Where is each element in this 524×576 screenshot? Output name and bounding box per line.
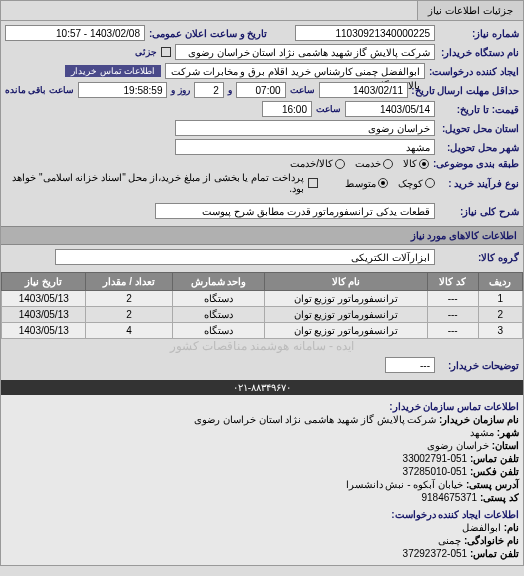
days-prefix: و — [228, 85, 232, 95]
payment-note: پرداخت تمام یا بخشی از مبلغ خرید،از محل … — [5, 172, 304, 194]
class-radio-group: کالا خدمت کالا/خدمت — [290, 158, 429, 169]
cr-fname: ابوالفضل — [462, 522, 501, 533]
table-cell-code: --- — [427, 291, 478, 307]
table-cell-unit: دستگاه — [172, 323, 265, 339]
form-area: شماره نیاز: 11030921340000225 تاریخ و سا… — [1, 21, 523, 226]
c-province-label: استان: — [492, 440, 519, 451]
class-label: طبقه بندی موضوعی: — [433, 158, 519, 169]
buyer-org-field: شرکت پالایش گاز شهید هاشمی نژاد استان خر… — [175, 44, 435, 60]
cr-phone: 051-37292372 — [403, 548, 468, 559]
table-cell-name: ترانسفورماتور توزیع توان — [265, 323, 427, 339]
table-cell-row: 1 — [478, 291, 522, 307]
radio-medium-label: متوسط — [345, 178, 376, 189]
radio-goods-label: کالا — [403, 158, 417, 169]
announce-label: تاریخ و ساعت اعلان عمومی: — [149, 28, 267, 39]
contact-buyer-button[interactable]: اطلاعات تماس خریدار — [65, 65, 161, 77]
partial-checkbox[interactable] — [161, 47, 171, 57]
c-phone: 051-33002791 — [403, 453, 468, 464]
c-postal: 9184675371 — [421, 492, 477, 503]
radio-goods-service-circle — [335, 159, 345, 169]
deadline-time-field: 07:00 — [236, 82, 286, 98]
radio-service-circle — [383, 159, 393, 169]
c-postal-label: کد پستی: — [480, 492, 519, 503]
radio-small[interactable]: کوچک — [398, 178, 435, 189]
th-qty: تعداد / مقدار — [86, 273, 172, 291]
table-row: 2---ترانسفورماتور توزیع تواندستگاه21403/… — [2, 307, 523, 323]
payment-checkbox[interactable] — [308, 178, 318, 188]
process-label: نوع فرآیند خرید : — [439, 178, 519, 189]
goods-table-wrap: ردیف کد کالا نام کالا واحد شمارش تعداد /… — [1, 272, 523, 353]
validity-date-field: 1403/05/14 — [345, 101, 435, 117]
table-cell-date: 1403/05/13 — [2, 323, 86, 339]
c-city-label: شهر: — [497, 427, 519, 438]
deadline-date-field: 1403/02/11 — [319, 82, 408, 98]
radio-goods[interactable]: کالا — [403, 158, 429, 169]
partial-label: جزئی — [135, 47, 157, 57]
table-cell-row: 2 — [478, 307, 522, 323]
table-cell-code: --- — [427, 307, 478, 323]
validity-label: قیمت: تا تاریخ: — [439, 104, 519, 115]
table-cell-date: 1403/05/13 — [2, 307, 86, 323]
c-province: خراسان رضوی — [427, 440, 489, 451]
cr-fname-label: نام: — [504, 522, 519, 533]
tab-row: جزئیات اطلاعات نیاز — [1, 1, 523, 21]
days-suffix: روز و — [171, 85, 190, 95]
time-label-2: ساعت — [316, 104, 341, 114]
radio-goods-service[interactable]: کالا/خدمت — [290, 158, 345, 169]
radio-medium-circle — [378, 178, 388, 188]
th-unit: واحد شمارش — [172, 273, 265, 291]
contact-section: اطلاعات تماس سازمان خریدار: نام سازمان خ… — [1, 395, 523, 565]
table-cell-unit: دستگاه — [172, 291, 265, 307]
table-row: 3---ترانسفورماتور توزیع تواندستگاه41403/… — [2, 323, 523, 339]
main-container: جزئیات اطلاعات نیاز شماره نیاز: 11030921… — [0, 0, 524, 566]
radio-medium[interactable]: متوسط — [345, 178, 388, 189]
radio-service[interactable]: خدمت — [355, 158, 393, 169]
creator-label: ایجاد کننده درخواست: — [429, 66, 519, 77]
table-cell-qty: 4 — [86, 323, 172, 339]
c-org: شرکت پالایش گاز شهید هاشمی نژاد استان خر… — [194, 414, 436, 425]
table-cell-row: 3 — [478, 323, 522, 339]
req-no-field: 11030921340000225 — [295, 25, 435, 41]
table-row: 1---ترانسفورماتور توزیع تواندستگاه21403/… — [2, 291, 523, 307]
radio-goods-circle — [419, 159, 429, 169]
th-date: تاریخ نیاز — [2, 273, 86, 291]
cr-lname: چمنی — [438, 535, 461, 546]
th-name: نام کالا — [265, 273, 427, 291]
time-suffix: ساعت باقی مانده — [5, 85, 74, 95]
time-label-1: ساعت — [290, 85, 315, 95]
table-cell-date: 1403/05/13 — [2, 291, 86, 307]
table-cell-name: ترانسفورماتور توزیع توان — [265, 307, 427, 323]
table-cell-qty: 2 — [86, 291, 172, 307]
tab-details[interactable]: جزئیات اطلاعات نیاز — [417, 1, 523, 20]
contact-header: اطلاعات تماس سازمان خریدار: — [5, 399, 519, 414]
goods-table: ردیف کد کالا نام کالا واحد شمارش تعداد /… — [1, 272, 523, 339]
radio-small-label: کوچک — [398, 178, 423, 189]
table-header-row: ردیف کد کالا نام کالا واحد شمارش تعداد /… — [2, 273, 523, 291]
radio-goods-service-label: کالا/خدمت — [290, 158, 333, 169]
deadline-label: حداقل مهلت ارسال تاریخ: — [412, 85, 519, 96]
table-cell-unit: دستگاه — [172, 307, 265, 323]
cr-lname-label: نام خانوادگی: — [464, 535, 519, 546]
radio-small-circle — [425, 178, 435, 188]
process-radio-group: کوچک متوسط — [345, 178, 435, 189]
c-address-label: آدرس پستی: — [466, 479, 519, 490]
days-remain-field: 2 — [194, 82, 224, 98]
c-org-label: نام سازمان خریدار: — [439, 414, 519, 425]
buyer-org-label: نام دستگاه خریدار: — [439, 47, 519, 58]
announce-field: 1403/02/08 - 10:57 — [5, 25, 145, 41]
time-remain-field: 19:58:59 — [78, 82, 167, 98]
c-fax-label: تلفن فکس: — [470, 466, 519, 477]
desc-label: شرح کلی نیاز: — [439, 206, 519, 217]
group-field: ابزارآلات الکتریکی — [55, 249, 435, 265]
th-code: کد کالا — [427, 273, 478, 291]
validity-time-field: 16:00 — [262, 101, 312, 117]
table-cell-name: ترانسفورماتور توزیع توان — [265, 291, 427, 307]
watermark-text: ایده - سامانه هوشمند مناقصات کشور — [1, 339, 523, 353]
table-cell-code: --- — [427, 323, 478, 339]
cr-phone-label: تلفن تماس: — [470, 548, 519, 559]
c-address: خیابان آبکوه - نبش دانشسرا — [346, 479, 463, 490]
footer-phone-bar: ۰۲۱-۸۸۳۴۹۶۷۰ — [1, 380, 523, 395]
creator-header: اطلاعات ایجاد کننده درخواست: — [5, 505, 519, 522]
radio-service-label: خدمت — [355, 158, 381, 169]
city-field: مشهد — [175, 139, 435, 155]
